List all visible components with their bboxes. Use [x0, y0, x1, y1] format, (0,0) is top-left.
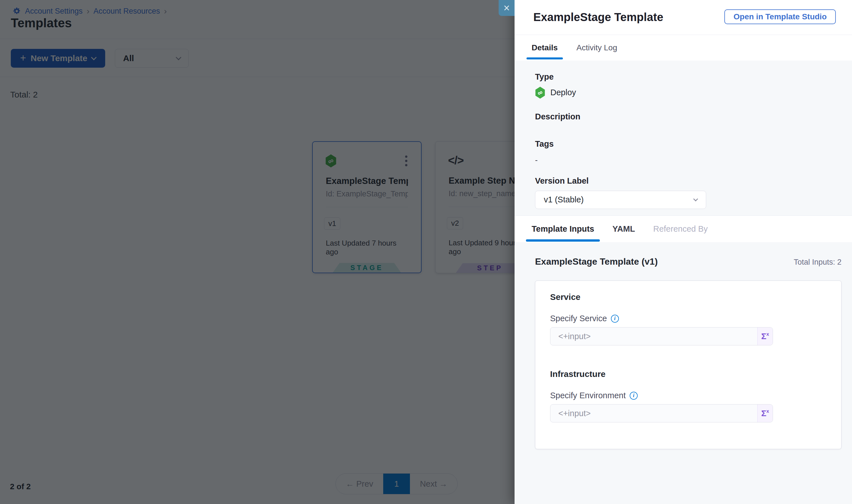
chevron-down-icon: [693, 196, 698, 201]
info-icon[interactable]: i: [630, 392, 638, 400]
drawer-title: ExampleStage Template: [533, 11, 663, 23]
tags-label: Tags: [535, 140, 832, 149]
close-icon: ×: [504, 2, 510, 14]
inputs-heading: ExampleStage Template (v1): [535, 256, 658, 267]
description-label: Description: [535, 112, 832, 121]
specify-environment-input[interactable]: [550, 404, 757, 422]
total-inputs: Total Inputs: 2: [794, 258, 841, 267]
type-value: Deploy: [550, 88, 576, 97]
template-details-drawer: × ExampleStage Template Open in Template…: [514, 0, 852, 504]
specify-environment-label: Specify Environment: [550, 391, 626, 400]
infrastructure-section: Infrastructure Specify Environment i Σx: [550, 369, 827, 422]
expression-type-button[interactable]: Σx: [757, 404, 773, 422]
tab-details[interactable]: Details: [532, 35, 558, 60]
tab-referenced-by[interactable]: Referenced By: [653, 216, 708, 242]
tab-activity-log[interactable]: Activity Log: [577, 35, 617, 60]
tags-value: -: [535, 156, 832, 165]
tab-yaml[interactable]: YAML: [612, 216, 635, 242]
specify-service-label: Specify Service: [550, 314, 607, 323]
inputs-card: Service Specify Service i Σx Infrastruct…: [535, 281, 841, 449]
version-select[interactable]: v1 (Stable): [535, 191, 706, 209]
templates-page: Account Settings › Account Resources › T…: [0, 0, 852, 504]
drawer-backdrop[interactable]: [0, 0, 514, 504]
drawer-subtabs: Template Inputs YAML Referenced By: [514, 215, 852, 242]
open-in-template-studio-button[interactable]: Open in Template Studio: [724, 10, 836, 24]
expression-type-button[interactable]: Σx: [757, 327, 773, 345]
deploy-icon: ∞: [535, 87, 545, 98]
info-icon[interactable]: i: [611, 315, 619, 323]
tab-template-inputs[interactable]: Template Inputs: [532, 216, 594, 242]
service-section: Service Specify Service i Σx: [550, 292, 827, 345]
close-drawer-button[interactable]: ×: [498, 0, 514, 16]
details-section: Type ∞ Deploy Description Tags - Version…: [514, 60, 852, 215]
template-inputs-section: ExampleStage Template (v1) Total Inputs:…: [514, 242, 852, 504]
service-section-title: Service: [550, 292, 827, 302]
type-label: Type: [535, 72, 832, 82]
version-label: Version Label: [535, 177, 832, 186]
infrastructure-section-title: Infrastructure: [550, 369, 827, 379]
specify-environment-input-wrap: Σx: [550, 404, 773, 422]
drawer-header: ExampleStage Template Open in Template S…: [514, 0, 852, 35]
drawer-tabs: Details Activity Log: [514, 35, 852, 60]
version-select-value: v1 (Stable): [544, 195, 584, 204]
specify-service-input-wrap: Σx: [550, 327, 773, 345]
specify-service-input[interactable]: [550, 327, 757, 345]
